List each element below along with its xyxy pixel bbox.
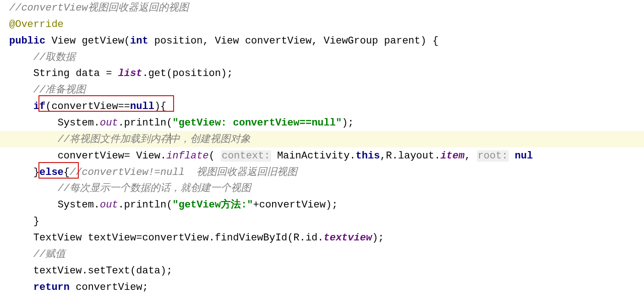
code-line: convertView= View.inflate( context: Main… <box>9 150 533 162</box>
code-line: //赋值 <box>9 249 65 260</box>
code-content: //convertView视图回收器返回的视图 @Override public… <box>9 0 644 294</box>
code-line: //将视图文件加载到内存中，创建视图对象 <box>9 134 251 145</box>
code-line: @Override <box>9 19 64 30</box>
code-line: }else{//convertView!=null 视图回收器返回旧视图 <box>9 167 297 178</box>
code-line: //每次显示一个数据的话，就创建一个视图 <box>9 183 251 194</box>
code-line: //取数据 <box>9 52 76 63</box>
code-block: //convertView视图回收器返回的视图 @Override public… <box>0 0 644 294</box>
code-line: //convertView视图回收器返回的视图 <box>9 2 189 14</box>
code-line: textView.setText(data); <box>9 265 172 277</box>
code-line: System.out.println("getView: convertView… <box>9 117 354 129</box>
code-line: } <box>9 216 39 227</box>
code-line: String data = list.get(position); <box>9 68 233 79</box>
code-line: if(convertView==null){ <box>9 101 166 112</box>
code-line: System.out.println("getView方法:"+convertV… <box>9 199 338 211</box>
code-line: //准备视图 <box>9 84 86 96</box>
code-line: TextView textView=convertView.findViewBy… <box>9 232 384 244</box>
text-cursor <box>170 133 170 144</box>
code-line: return convertView; <box>9 282 148 293</box>
code-line: public View getView(int position, View c… <box>9 35 438 47</box>
